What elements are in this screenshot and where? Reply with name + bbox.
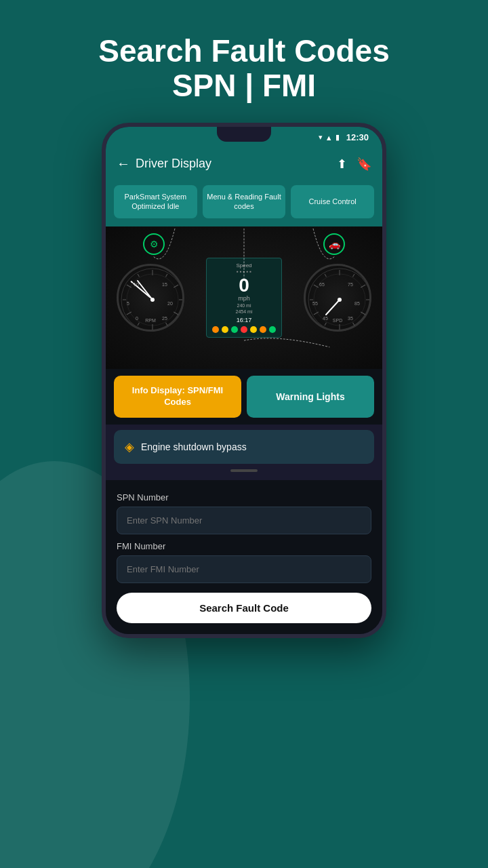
left-gauge: RPM <box>117 264 184 332</box>
dashboard-area: ⚙ 🚗 RPM <box>106 226 382 369</box>
svg-text:65: 65 <box>319 282 325 287</box>
signal-icon: ▲ <box>325 134 333 142</box>
warning-dot-5 <box>250 326 257 333</box>
svg-line-31 <box>325 323 327 326</box>
svg-line-7 <box>166 323 168 326</box>
right-indicator: 🚗 <box>323 233 345 255</box>
svg-text:0: 0 <box>136 316 138 321</box>
drag-handle <box>230 469 258 472</box>
right-gauge: 65 55 45 35 85 75 SPD <box>304 264 371 332</box>
dashboard-inner: ⚙ 🚗 RPM <box>106 226 382 369</box>
svg-line-3 <box>166 274 168 277</box>
svg-point-43 <box>338 298 342 302</box>
action-buttons-row: Info Display: SPN/FMI Codes Warning Ligh… <box>106 369 382 425</box>
engine-bypass-button[interactable]: ◈ Engine shutdown bypass <box>114 430 374 464</box>
speed-label: Speed <box>212 262 276 269</box>
battery-icon: ▮ <box>336 133 340 142</box>
speed-unit: mph <box>212 295 276 302</box>
app-bar: ← Driver Display ⬆ 🔖 <box>106 148 382 180</box>
warning-dot-6 <box>260 326 266 333</box>
share-button[interactable]: ⬆ <box>337 157 347 172</box>
app-bar-left: ← Driver Display <box>117 156 211 172</box>
feature-btn-cruise[interactable]: Cruise Control <box>291 185 374 218</box>
vehicle-icon: 🚗 <box>323 233 345 255</box>
svg-line-35 <box>325 274 327 277</box>
svg-point-21 <box>150 298 155 302</box>
wifi-icon: ▾ <box>319 133 323 142</box>
svg-text:10: 10 <box>134 282 139 287</box>
warning-dot-7 <box>269 326 276 333</box>
speed-value: 0 <box>212 276 276 295</box>
right-gauge-label: SPD <box>333 318 342 323</box>
svg-line-29 <box>353 323 355 326</box>
bypass-icon: ◈ <box>125 439 134 454</box>
svg-line-20 <box>138 281 152 300</box>
svg-text:20: 20 <box>167 301 173 306</box>
bypass-label: Engine shutdown bypass <box>141 441 247 452</box>
svg-text:25: 25 <box>162 316 167 321</box>
warning-lights-button[interactable]: Warning Lights <box>247 376 374 418</box>
dash-time: 16:17 <box>212 317 276 323</box>
svg-line-25 <box>353 274 355 277</box>
svg-line-13 <box>138 274 140 277</box>
svg-text:5: 5 <box>127 301 129 306</box>
phone-notch <box>217 127 271 142</box>
bookmark-button[interactable]: 🔖 <box>357 157 371 172</box>
center-display: Speed ▪▪▪▪▪ 0 mph 240 mi 2454 mi 16:17 <box>206 258 282 338</box>
phone-frame: ▾ ▲ ▮ 12:30 ← Driver Display ⬆ 🔖 ParkSma… <box>102 123 386 637</box>
svg-line-9 <box>138 323 140 326</box>
svg-text:75: 75 <box>348 282 353 287</box>
status-time: 12:30 <box>346 132 369 142</box>
spn-label: SPN Number <box>117 492 371 502</box>
status-icons: ▾ ▲ ▮ 12:30 <box>319 132 369 142</box>
odometer2: 2454 mi <box>212 309 276 314</box>
app-bar-actions: ⬆ 🔖 <box>337 157 371 172</box>
svg-text:55: 55 <box>312 301 318 306</box>
svg-text:85: 85 <box>354 301 360 306</box>
page-title-area: Search Fault Codes SPN | FMI <box>71 0 416 123</box>
warning-icons-row <box>212 326 276 333</box>
speed-icons-row: ▪▪▪▪▪ <box>212 269 276 275</box>
page-title: Search Fault Codes SPN | FMI <box>98 34 389 102</box>
back-button[interactable]: ← <box>117 156 130 172</box>
svg-text:45: 45 <box>323 316 328 321</box>
svg-line-42 <box>326 300 340 315</box>
feature-btn-parksmart[interactable]: ParkSmart System Optimized Idle <box>114 185 197 218</box>
app-bar-title: Driver Display <box>136 157 211 171</box>
svg-text:15: 15 <box>162 282 167 287</box>
left-indicator: ⚙ <box>143 233 165 255</box>
feature-buttons-row: ParkSmart System Optimized Idle Menu & R… <box>106 180 382 226</box>
warning-dot-4 <box>241 326 247 333</box>
spn-input[interactable] <box>117 507 371 534</box>
engine-warning-icon: ⚙ <box>143 233 165 255</box>
info-display-button[interactable]: Info Display: SPN/FMI Codes <box>114 376 241 418</box>
search-fault-code-button[interactable]: Search Fault Code <box>117 593 371 623</box>
warning-dot-1 <box>212 326 219 333</box>
warning-dot-2 <box>222 326 228 333</box>
svg-text:35: 35 <box>348 316 353 321</box>
fmi-label: FMI Number <box>117 541 371 551</box>
form-area: SPN Number FMI Number Search Fault Code <box>106 480 382 634</box>
warning-dot-3 <box>231 326 238 333</box>
feature-btn-menu[interactable]: Menu & Reading Fault codes <box>203 185 286 218</box>
fmi-input[interactable] <box>117 555 371 583</box>
odometer1: 240 mi <box>212 303 276 308</box>
